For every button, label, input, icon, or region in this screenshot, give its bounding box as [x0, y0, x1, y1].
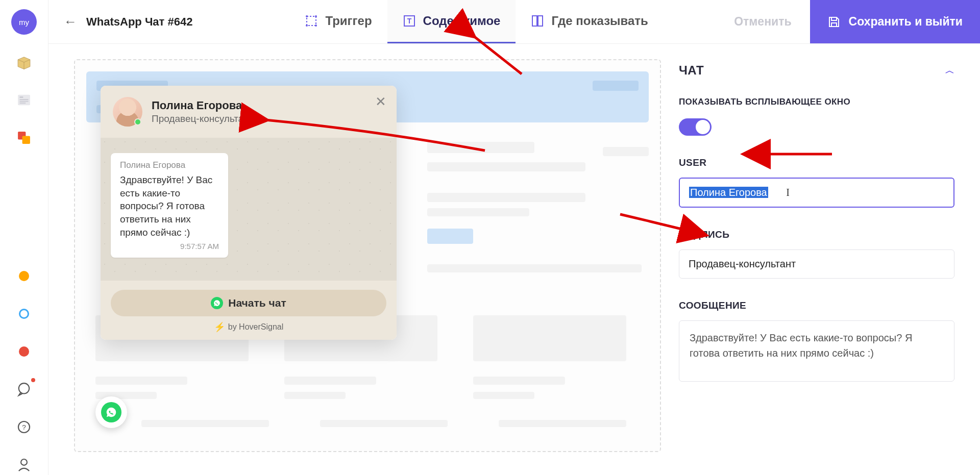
skeleton-block — [427, 142, 534, 153]
skeleton-block — [95, 377, 187, 385]
start-chat-button[interactable]: Начать чат — [111, 290, 386, 316]
svg-rect-19 — [538, 16, 543, 26]
tab-where[interactable]: Где показывать — [516, 0, 663, 43]
svg-text:?: ? — [22, 423, 26, 431]
skeleton-block — [603, 147, 649, 156]
skeleton-block — [473, 315, 626, 361]
rail-status-ring[interactable] — [14, 304, 34, 324]
skeleton-block — [427, 264, 642, 272]
tab-where-label: Где показывать — [551, 14, 648, 28]
sign-field-label: ПОДПИСЬ — [679, 229, 954, 240]
user-input[interactable]: Полина Егорова I — [679, 178, 954, 208]
popup-toggle-label: ПОКАЗЫВАТЬ ВСПЛЫВАЮЩЕЕ ОКНО — [679, 97, 954, 107]
skeleton-block — [499, 420, 626, 427]
message-text: Здравствуйте! У Вас есть какие-то вопрос… — [120, 173, 219, 239]
popup-toggle[interactable] — [679, 118, 712, 136]
rail-templates-icon[interactable] — [14, 90, 34, 110]
left-rail: my ? — [0, 0, 48, 475]
preview-canvas: Полина Егорова Продавец-консультант ✕ По… — [74, 59, 661, 452]
section-chat-label: ЧАТ — [679, 63, 704, 78]
start-chat-label: Начать чат — [228, 297, 286, 309]
bolt-icon: ⚡ — [214, 321, 225, 333]
svg-point-7 — [19, 383, 29, 393]
svg-point-15 — [315, 24, 317, 27]
skeleton-block — [427, 162, 585, 171]
skeleton-block — [284, 377, 376, 385]
tab-trigger-label: Триггер — [325, 14, 372, 28]
skeleton-block — [427, 193, 585, 202]
svg-rect-2 — [20, 99, 29, 100]
app-logo[interactable]: my — [11, 9, 37, 35]
header: ← WhatsApp Чат #642 Триггер T Содержимое… — [48, 0, 980, 44]
save-button-label: Сохранить и выйти — [849, 15, 963, 29]
rail-status-orange[interactable] — [14, 266, 34, 286]
save-icon — [827, 15, 841, 29]
message-field-label: СООБЩЕНИЕ — [679, 300, 954, 311]
agent-name: Полина Егорова — [152, 99, 254, 112]
message-time: 9:57:57 AM — [120, 242, 219, 251]
message-textarea[interactable] — [679, 320, 954, 382]
rail-box-icon[interactable] — [14, 52, 34, 72]
svg-rect-1 — [20, 96, 23, 98]
chat-widget-header: Полина Егорова Продавец-консультант ✕ — [101, 86, 397, 138]
tab-content-label: Содержимое — [423, 14, 501, 28]
svg-point-14 — [306, 24, 308, 27]
svg-rect-4 — [20, 103, 26, 104]
chat-body: Полина Егорова Здравствуйте! У Вас есть … — [101, 138, 397, 281]
sign-input[interactable] — [679, 249, 954, 279]
rail-chat-icon[interactable] — [14, 379, 34, 399]
user-field-label: USER — [679, 157, 954, 168]
settings-panel: ЧАТ ︿ ПОКАЗЫВАТЬ ВСПЛЫВАЮЩЕЕ ОКНО USER П… — [669, 44, 980, 475]
chat-footer: Начать чат ⚡ by HoverSignal — [101, 281, 397, 340]
svg-point-12 — [306, 15, 308, 17]
skeleton-block — [284, 392, 346, 399]
preview-canvas-wrap: Полина Егорова Продавец-консультант ✕ По… — [48, 44, 669, 475]
tab-content[interactable]: T Содержимое — [387, 0, 516, 43]
message-sender: Полина Егорова — [120, 160, 219, 170]
skeleton-block — [427, 229, 473, 244]
svg-rect-3 — [20, 101, 29, 102]
brand-label: by HoverSignal — [228, 322, 284, 332]
chat-widget-preview: Полина Егорова Продавец-консультант ✕ По… — [101, 86, 397, 340]
chevron-up-icon: ︿ — [945, 64, 955, 77]
svg-point-10 — [21, 459, 27, 465]
skeleton-block — [473, 392, 534, 399]
back-arrow-icon[interactable]: ← — [64, 14, 77, 30]
brand-credit: ⚡ by HoverSignal — [111, 321, 386, 333]
skeleton-block — [473, 377, 565, 385]
save-button[interactable]: Сохранить и выйти — [810, 0, 980, 43]
editor-tabs: Триггер T Содержимое Где показывать — [289, 0, 663, 43]
online-indicator — [134, 118, 141, 126]
svg-rect-11 — [307, 16, 316, 26]
svg-rect-18 — [532, 16, 537, 26]
close-icon[interactable]: ✕ — [375, 94, 386, 110]
whatsapp-fab[interactable] — [95, 396, 127, 428]
whatsapp-fab-icon — [101, 402, 121, 422]
svg-rect-6 — [22, 136, 30, 144]
tab-trigger[interactable]: Триггер — [289, 0, 387, 43]
skeleton-block — [320, 420, 448, 427]
svg-text:T: T — [407, 17, 411, 25]
cancel-button[interactable]: Отменить — [716, 15, 810, 29]
text-cursor-icon: I — [786, 187, 790, 198]
rail-profile-icon[interactable] — [14, 455, 34, 475]
rail-widgets-icon[interactable] — [14, 128, 34, 148]
user-input-value: Полина Егорова — [689, 187, 768, 198]
rail-status-alert[interactable] — [14, 341, 34, 362]
svg-point-13 — [315, 15, 317, 17]
section-chat-title[interactable]: ЧАТ ︿ — [679, 63, 954, 78]
agent-role: Продавец-консультант — [152, 113, 254, 124]
skeleton-block — [427, 208, 529, 216]
chat-message: Полина Егорова Здравствуйте! У Вас есть … — [111, 153, 228, 258]
rail-help-icon[interactable]: ? — [14, 417, 34, 437]
page-title: WhatsApp Чат #642 — [86, 15, 192, 29]
skeleton-block — [141, 420, 269, 427]
whatsapp-icon — [211, 297, 223, 309]
breadcrumb: ← WhatsApp Чат #642 — [64, 14, 192, 30]
